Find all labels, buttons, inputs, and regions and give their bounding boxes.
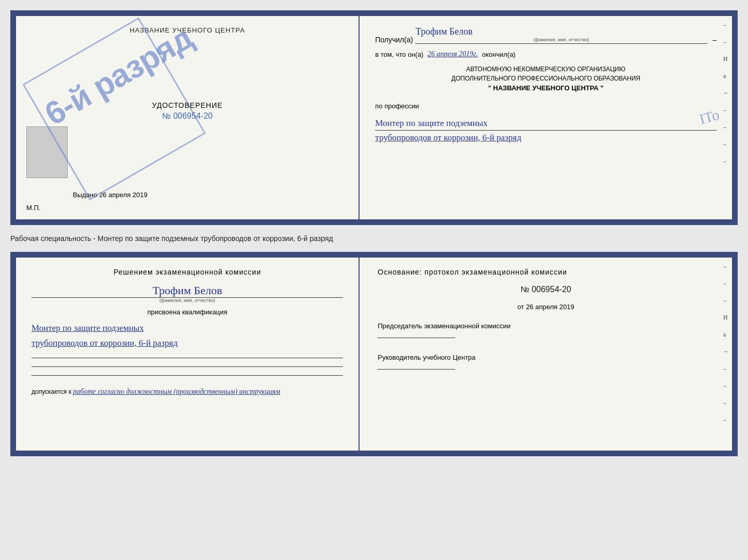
bottom-recipient-name: Трофим Белов [32,284,343,298]
bdash2: – [723,280,729,287]
bdash3: – [723,297,729,305]
predsedatel-block: Председатель экзаменационной комиссии [378,322,714,340]
bottom-fio-label: (фамилия, имя, отчество) [32,298,343,303]
right-margin: – – И а ← – – – – [723,21,729,165]
okonchil-label: окончил(а) [482,51,516,58]
cert-bottom-inner: Решением экзаменационной комиссии Трофим… [14,256,734,452]
bdash5: а [723,331,729,339]
profession-block: Монтер по защите подземных трубопроводов… [375,116,716,145]
dash8: – [723,140,729,148]
top-certificate: НАЗВАНИЕ УЧЕБНОГО ЦЕНТРА 6-й разряд УДОС… [10,10,738,225]
vtom-line: в том, что он(а) 26 апреля 2019г. окончи… [375,50,716,58]
po-professii-label: по профессии [375,102,716,110]
udost-title: УДОСТОВЕРЕНИЕ [152,101,223,109]
cert-bottom-right: Основание: протокол экзаменационной коми… [360,258,732,451]
dash3: И [723,55,729,63]
predsedatel-title: Председатель экзаменационной комиссии [378,322,714,330]
vydano-date: 26 апреля 2019 [99,191,148,199]
recipient-name: Трофим Белов (фамилия, имя, отчество) [415,26,707,44]
dash4: а [723,72,729,80]
osnovanie-title: Основание: протокол экзаменационной коми… [378,268,714,276]
bdash8: – [723,382,729,390]
org-name: " НАЗВАНИЕ УЧЕБНОГО ЦЕНТРА " [375,83,716,93]
udost-number: № 006954-20 [152,111,223,121]
poluchil-line: Получил(а) Трофим Белов (фамилия, имя, о… [375,26,716,44]
kvali-line2: трубопроводов от коррозии, 6-й разряд [32,336,343,351]
dash1: – [723,21,729,29]
bdash7: – [723,365,729,373]
bdash4: И [723,314,729,322]
protocol-date-value: 26 апреля 2019 [526,303,574,311]
bdash1: – [723,263,729,270]
rukovoditel-sign-line [378,369,455,370]
protocol-date: от 26 апреля 2019 [378,303,714,311]
name-text: Трофим Белов [415,26,472,37]
dopuskaetsya-block: допускается к работе согласно должностны… [32,388,343,396]
cert-top-inner: НАЗВАНИЕ УЧЕБНОГО ЦЕНТРА 6-й разряд УДОС… [14,14,734,221]
bdash10: – [723,416,729,424]
profession-line1: Монтер по защите подземных [375,116,716,131]
rukovoditel-block: Руководитель учебного Центра [378,354,714,371]
dash2: – [723,38,729,46]
predsedatel-sign-line [378,338,455,338]
dash7: – [723,123,729,131]
cert-top-left: НАЗВАНИЕ УЧЕБНОГО ЦЕНТРА 6-й разряд УДОС… [16,16,360,219]
poluchil-label: Получил(а) [375,36,413,44]
completion-date: 26 апреля 2019г. [428,50,478,58]
kvali-block: Монтер по защите подземных трубопроводов… [32,321,343,351]
udost-block: УДОСТОВЕРЕНИЕ № 006954-20 [152,101,223,121]
dash-separator: – [712,36,716,44]
vydano-line: Выдано 26 апреля 2019 [73,191,147,199]
dash5: ← [723,89,729,97]
bottom-name-block: Трофим Белов (фамилия, имя, отчество) [32,284,343,303]
vtom-label: в том, что он(а) [375,51,423,58]
bottom-right-margin: – – – И а ← – – – – [723,263,729,424]
separator3 [32,375,343,376]
org-line2: ДОПОЛНИТЕЛЬНОГО ПРОФЕССИОНАЛЬНОГО ОБРАЗО… [375,74,716,83]
page-container: НАЗВАНИЕ УЧЕБНОГО ЦЕНТРА 6-й разряд УДОС… [10,10,738,456]
separator2 [32,366,343,367]
bdash9: – [723,399,729,407]
middle-text: Рабочая специальность - Монтер по защите… [10,230,738,247]
org-line1: АВТОНОМНУЮ НЕКОММЕРЧЕСКУЮ ОРГАНИЗАЦИЮ [375,65,716,74]
mp-line: М.П. [26,204,40,212]
prisvoena-text: присвоена квалификация [32,308,343,316]
separator1 [32,358,343,358]
protocol-number: № 006954-20 [378,285,714,294]
fio-label: (фамилия, имя, отчество) [415,37,707,42]
cert-bottom-left: Решением экзаменационной комиссии Трофим… [16,258,360,451]
dopusk-label: допускается к [32,388,71,395]
dopusk-text: работе согласно должностным (производств… [73,388,280,395]
org-block: АВТОНОМНУЮ НЕКОММЕРЧЕСКУЮ ОРГАНИЗАЦИЮ ДО… [375,65,716,93]
resheniem-title: Решением экзаменационной комиссии [32,268,343,276]
cert-top-right: Получил(а) Трофим Белов (фамилия, имя, о… [360,16,732,219]
bottom-certificate: Решением экзаменационной комиссии Трофим… [10,252,738,456]
ot-label: от [518,303,524,311]
dash9: – [723,157,729,165]
profession-line2: трубопроводов от коррозии, 6-й разряд [375,131,716,145]
dash6: – [723,106,729,114]
bdash6: ← [723,348,729,356]
kvali-line1: Монтер по защите подземных [32,321,343,336]
rukovoditel-title: Руководитель учебного Центра [378,354,714,361]
ito-stamp: ITo [697,107,721,128]
